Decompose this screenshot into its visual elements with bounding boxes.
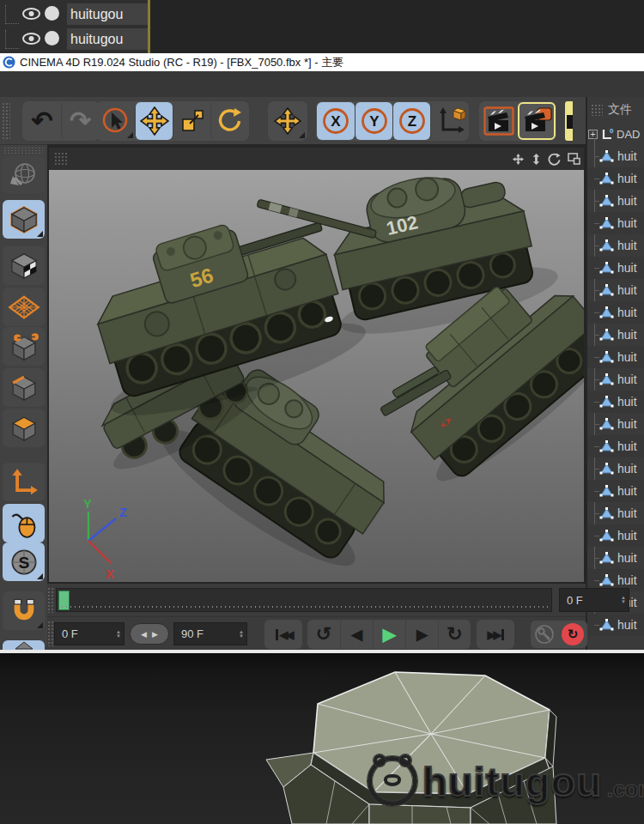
- axis-mode-button[interactable]: [3, 463, 45, 501]
- transport-grip[interactable]: [47, 621, 54, 646]
- lock-y-button[interactable]: Y: [355, 102, 392, 140]
- snap-toggle-button[interactable]: S: [3, 542, 45, 581]
- tree-row[interactable]: huit: [587, 502, 644, 524]
- timeline-grip[interactable]: [47, 587, 54, 613]
- polygon-object-icon: [599, 194, 614, 208]
- snap-icon: S: [9, 548, 39, 577]
- tree-row[interactable]: huit: [587, 212, 644, 234]
- polygon-object-icon: [599, 239, 614, 252]
- tree-row[interactable]: huit: [587, 234, 644, 257]
- tweak-mode-button[interactable]: [3, 504, 45, 542]
- tree-row[interactable]: huit: [587, 413, 644, 435]
- make-editable-button[interactable]: [3, 155, 45, 194]
- tank-kv1[interactable]: 56: [70, 194, 374, 433]
- timeline-ruler[interactable]: [56, 588, 552, 612]
- render-picture-viewer-button[interactable]: [518, 102, 556, 140]
- render-view-button[interactable]: [480, 102, 518, 140]
- lock-z-button[interactable]: Z: [392, 102, 430, 140]
- frame-step-pill[interactable]: ◀ ▶: [130, 623, 169, 645]
- tree-root-row[interactable]: + 0 DAD: [587, 123, 644, 145]
- viewport-menu-grip[interactable]: [54, 152, 68, 166]
- next-frame-button[interactable]: ▶: [405, 620, 438, 649]
- tree-row[interactable]: huit: [587, 480, 644, 502]
- window-titlebar[interactable]: CINEMA 4D R19.024 Studio (RC - R19) - [F…: [0, 53, 644, 71]
- tree-row[interactable]: huit: [587, 301, 644, 324]
- maximize-icon[interactable]: [568, 153, 580, 165]
- tree-row[interactable]: huit: [587, 145, 644, 167]
- workplane-mode-button[interactable]: [3, 288, 45, 326]
- points-mode-button[interactable]: [3, 327, 45, 366]
- set-keyframe-icon[interactable]: [534, 624, 555, 645]
- object-name-label[interactable]: huitugou: [67, 28, 148, 50]
- tree-row[interactable]: huit: [587, 346, 644, 368]
- render-visibility-dot[interactable]: [45, 6, 59, 21]
- tree-branch-dots: [5, 30, 19, 49]
- mode-toolbar-grip[interactable]: [3, 147, 43, 154]
- render-visibility-dot[interactable]: [45, 31, 59, 45]
- panel-grip[interactable]: [591, 104, 603, 116]
- scale-tool-button[interactable]: [173, 102, 210, 140]
- play-button[interactable]: ▶: [373, 620, 405, 649]
- object-name-label[interactable]: huitugou: [67, 3, 148, 25]
- zoom-icon[interactable]: [532, 153, 541, 166]
- go-to-start-button[interactable]: ◀◀: [264, 620, 302, 649]
- root-object-label[interactable]: DAD: [617, 128, 640, 141]
- lock-x-button[interactable]: X: [317, 102, 355, 140]
- model-mode-button[interactable]: [3, 200, 45, 239]
- rotate-view-icon[interactable]: [548, 153, 561, 166]
- tree-row[interactable]: huit: [587, 324, 644, 346]
- tree-row[interactable]: huit: [587, 547, 644, 569]
- previous-key-button[interactable]: ↺: [307, 620, 340, 649]
- tree-row[interactable]: huit: [587, 391, 644, 413]
- polygon-object-icon: [599, 484, 614, 498]
- tree-row[interactable]: huit: [587, 524, 644, 547]
- polygon-object-icon: [599, 462, 614, 476]
- undo-button[interactable]: ↶: [23, 102, 61, 140]
- spinner-arrows-icon[interactable]: ▲▼: [236, 630, 246, 639]
- tree-row[interactable]: huit: [587, 279, 644, 301]
- eye-visibility-icon[interactable]: [22, 8, 40, 20]
- tree-row[interactable]: huit: [587, 614, 644, 636]
- live-selection-button[interactable]: [97, 102, 135, 140]
- tree-row[interactable]: huit: [587, 167, 644, 190]
- viewport-canvas[interactable]: 56 102: [49, 170, 584, 582]
- edges-mode-button[interactable]: [3, 368, 45, 407]
- step-back-icon[interactable]: ◀: [141, 630, 147, 639]
- step-forward-icon[interactable]: ▶: [152, 630, 158, 639]
- next-key-button[interactable]: ↻: [438, 620, 471, 649]
- record-button[interactable]: ↻: [562, 623, 584, 645]
- file-panel-header[interactable]: 文件: [587, 97, 644, 123]
- tree-row[interactable]: huit: [587, 190, 644, 212]
- end-frame-spinner[interactable]: 90 F ▲▼: [173, 622, 247, 645]
- coordinate-system-button[interactable]: [430, 102, 468, 140]
- live-selection-icon: [101, 106, 131, 136]
- polygon-object-icon: [599, 373, 614, 386]
- pan-icon[interactable]: [512, 153, 525, 166]
- go-start-icon: ◀◀: [280, 628, 292, 641]
- render-settings-button-partial[interactable]: [565, 101, 573, 141]
- tree-row[interactable]: huit: [587, 257, 644, 279]
- texture-mode-button[interactable]: [3, 246, 45, 285]
- rotate-tool-button[interactable]: [210, 102, 248, 140]
- spinner-arrows-icon[interactable]: ▲▼: [618, 596, 629, 604]
- previous-frame-button[interactable]: ◀: [340, 620, 373, 649]
- go-to-end-button[interactable]: ▶▶: [477, 620, 514, 649]
- axis-x-label: X: [106, 566, 114, 581]
- start-frame-spinner[interactable]: 0 F ▲▼: [54, 622, 125, 645]
- polygons-mode-button[interactable]: [3, 409, 45, 447]
- redo-button[interactable]: ↷: [61, 102, 99, 140]
- tree-row[interactable]: huit: [587, 368, 644, 391]
- tree-row[interactable]: huit: [587, 435, 644, 457]
- expand-icon[interactable]: +: [588, 130, 598, 139]
- spinner-arrows-icon[interactable]: ▲▼: [113, 630, 124, 639]
- svg-text:Y: Y: [369, 113, 380, 130]
- current-frame-spinner[interactable]: 0 F ▲▼: [559, 588, 629, 612]
- object-row[interactable]: huitugou: [0, 2, 148, 26]
- magnet-button[interactable]: [3, 591, 45, 630]
- move-global-button[interactable]: [269, 102, 307, 140]
- eye-visibility-icon[interactable]: [22, 33, 40, 45]
- toolbar-grip[interactable]: [2, 102, 10, 140]
- object-row[interactable]: huitugou: [0, 27, 148, 51]
- tree-row[interactable]: huit: [587, 457, 644, 480]
- move-tool-button[interactable]: [135, 102, 173, 140]
